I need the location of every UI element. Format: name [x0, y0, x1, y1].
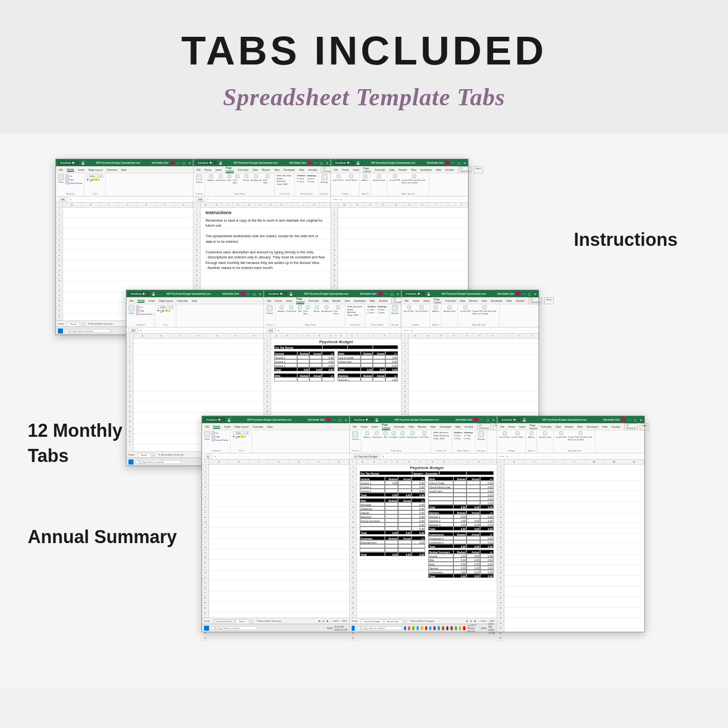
- close-icon[interactable]: ✕: [396, 292, 399, 296]
- ribbon-tab-home[interactable]: Home: [213, 425, 220, 429]
- ribbon-tab-view[interactable]: View: [482, 299, 487, 302]
- save-icon[interactable]: 💾: [152, 292, 155, 296]
- ribbon-tab-acrobat[interactable]: Acrobat: [308, 168, 317, 171]
- save-icon[interactable]: 💾: [522, 418, 526, 422]
- ribbon-tab-home[interactable]: Home: [138, 299, 145, 303]
- print-area-button[interactable]: Print Area: [303, 305, 312, 315]
- ribbon-tab-review[interactable]: Review: [469, 299, 477, 302]
- share-pdf-button[interactable]: Create PDF and Share link Share via Outl…: [402, 174, 427, 184]
- sort-filter-button[interactable]: Sort & Filter: [499, 431, 510, 438]
- close-icon[interactable]: ✕: [326, 161, 328, 165]
- scale-select[interactable]: Scale: 100%: [277, 183, 292, 185]
- start-button[interactable]: [352, 626, 355, 631]
- orientation-button[interactable]: Orientation: [216, 174, 226, 181]
- themes-button[interactable]: Themes: [266, 305, 273, 314]
- ribbon-tab-file[interactable]: File: [205, 425, 209, 428]
- gridlines-view-check[interactable]: ☑ View: [297, 177, 305, 180]
- user-avatar-icon[interactable]: [516, 292, 520, 296]
- ribbon-tab-formulas[interactable]: Formulas: [107, 168, 117, 171]
- addins-button[interactable]: Add-ins: [432, 305, 439, 312]
- zoom-slider[interactable]: — ━━●━━ +: [330, 620, 340, 622]
- ribbon-tab-page-layout[interactable]: Page Layout: [530, 424, 537, 430]
- fx-icon[interactable]: fx: [411, 329, 413, 332]
- autosave-toggle[interactable]: AutoSave: [204, 418, 225, 422]
- sort-filter-button[interactable]: Sort & Filter: [404, 305, 414, 312]
- ribbon-tab-developer[interactable]: Developer: [354, 299, 366, 302]
- autosave-toggle[interactable]: AutoSave: [58, 161, 79, 165]
- arrange-button[interactable]: Arrange: [478, 431, 485, 440]
- name-box[interactable]: A46: [195, 197, 205, 202]
- close-icon[interactable]: ✕: [640, 418, 642, 422]
- margins-button[interactable]: Margins: [207, 174, 214, 181]
- italic-button[interactable]: I: [89, 178, 89, 181]
- comments-button[interactable]: 💬 Comments: [528, 297, 542, 304]
- ribbon-tab-view[interactable]: View: [345, 299, 350, 302]
- ribbon-tab-formulas[interactable]: Formulas: [375, 168, 385, 171]
- orientation-button[interactable]: Orientation: [372, 431, 382, 438]
- gridlines-print-check[interactable]: ☐ Print: [367, 311, 376, 314]
- arrange-button[interactable]: Arrange: [391, 305, 399, 314]
- ribbon-tab-help[interactable]: Help: [370, 299, 375, 302]
- border-button[interactable]: ▦: [92, 178, 94, 181]
- arrange-button[interactable]: Arrange: [321, 174, 328, 183]
- fill-color-button[interactable]: A: [165, 309, 168, 312]
- taskbar-search[interactable]: 🔍 Type here to search: [65, 329, 110, 333]
- taskbar-app-icon[interactable]: [417, 626, 419, 630]
- paste-button[interactable]: Paste: [58, 174, 64, 183]
- headings-print-check[interactable]: ☐ Print: [378, 311, 387, 314]
- minimize-icon[interactable]: —: [314, 161, 317, 165]
- maximize-icon[interactable]: ▢: [634, 418, 637, 422]
- border-button[interactable]: ▦: [162, 309, 164, 312]
- breaks-button[interactable]: Breaks: [243, 174, 249, 181]
- addins-button[interactable]: Add-ins: [362, 174, 369, 181]
- name-box[interactable]: A1: [204, 454, 212, 458]
- close-icon[interactable]: ✕: [534, 292, 537, 296]
- sheet-tab-annual-view[interactable]: Annual View: [384, 619, 402, 623]
- gridlines-print-check[interactable]: ☐ Print: [297, 180, 305, 183]
- ribbon-tab-view[interactable]: View: [274, 168, 280, 171]
- ribbon-tab-insert[interactable]: Insert: [353, 168, 359, 171]
- start-button[interactable]: [204, 626, 209, 631]
- ribbon-tab-data[interactable]: Data: [323, 299, 328, 302]
- bold-button[interactable]: B: [87, 178, 88, 181]
- clock[interactable]: 3:15 PM2023-12-08: [488, 622, 495, 634]
- ribbon-tab-acrobat[interactable]: Acrobat: [445, 168, 454, 171]
- sheet-tab-sheet1[interactable]: Sheet1: [138, 453, 151, 457]
- ribbon-tab-file[interactable]: File: [196, 168, 201, 171]
- underline-button[interactable]: U: [236, 435, 237, 438]
- taskbar-app-icon[interactable]: [425, 626, 427, 630]
- autosave-toggle[interactable]: AutoSave: [195, 161, 217, 165]
- maximize-icon[interactable]: ▢: [253, 292, 256, 296]
- find-select-button[interactable]: Find & Select: [511, 431, 523, 438]
- ribbon-tab-insert[interactable]: Insert: [224, 425, 231, 428]
- width-select[interactable]: Width: Automatic: [277, 174, 292, 177]
- font-name-select[interactable]: Calibri: [157, 305, 168, 309]
- fx-icon[interactable]: fx: [207, 198, 209, 201]
- width-select[interactable]: Width: Automatic: [433, 431, 449, 434]
- ribbon-tab-developer[interactable]: Developer: [491, 299, 503, 302]
- ribbon-tab-file[interactable]: File: [405, 299, 409, 302]
- close-icon[interactable]: ✕: [464, 161, 466, 165]
- ribbon-tab-acrobat[interactable]: Acrobat: [612, 425, 620, 428]
- ribbon-tab-data[interactable]: Data: [252, 168, 258, 171]
- taskbar-app-icon[interactable]: [404, 626, 406, 630]
- ribbon-tab-page-layout[interactable]: Page Layout: [363, 167, 371, 173]
- minimize-icon[interactable]: —: [384, 292, 387, 296]
- ribbon-tab-file[interactable]: File: [500, 425, 504, 428]
- sheet-tab-password-&-stuff[interactable]: Password & Stuff: [213, 619, 236, 623]
- height-select[interactable]: Height: Automatic: [277, 177, 292, 182]
- ribbon-tab-formulas[interactable]: Formulas: [308, 299, 319, 302]
- share-button[interactable]: Share: [474, 166, 483, 173]
- fill-color-button[interactable]: A: [94, 178, 98, 181]
- autosave-toggle[interactable]: AutoSave: [499, 418, 520, 422]
- scale-select[interactable]: Scale: 100%: [433, 437, 449, 440]
- ribbon-tab-help[interactable]: Help: [299, 168, 304, 171]
- user-avatar-icon[interactable]: [445, 161, 449, 165]
- ribbon-tab-data[interactable]: Data: [556, 425, 561, 428]
- ribbon-tab-insert[interactable]: Insert: [423, 299, 430, 302]
- format-painter-button[interactable]: Format Painter: [136, 312, 153, 315]
- taskbar-app-icon[interactable]: [455, 626, 457, 630]
- save-icon[interactable]: 💾: [356, 161, 360, 165]
- user-avatar-icon[interactable]: [474, 418, 478, 422]
- sort-filter-button[interactable]: Sort & Filter: [333, 174, 344, 181]
